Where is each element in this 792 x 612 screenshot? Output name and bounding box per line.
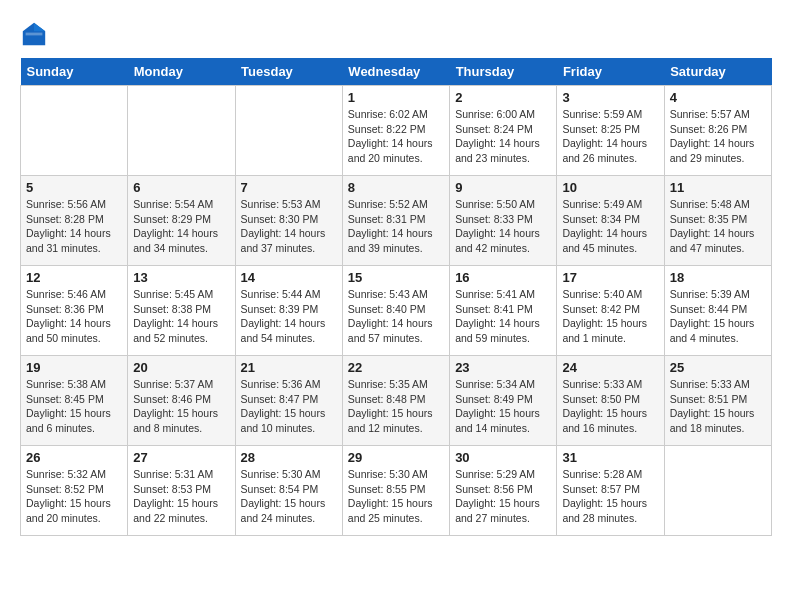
week-row-1: 1Sunrise: 6:02 AM Sunset: 8:22 PM Daylig… xyxy=(21,86,772,176)
header xyxy=(20,20,772,48)
day-cell: 21Sunrise: 5:36 AM Sunset: 8:47 PM Dayli… xyxy=(235,356,342,446)
day-info: Sunrise: 5:54 AM Sunset: 8:29 PM Dayligh… xyxy=(133,197,229,256)
day-cell: 27Sunrise: 5:31 AM Sunset: 8:53 PM Dayli… xyxy=(128,446,235,536)
day-cell: 22Sunrise: 5:35 AM Sunset: 8:48 PM Dayli… xyxy=(342,356,449,446)
day-info: Sunrise: 5:35 AM Sunset: 8:48 PM Dayligh… xyxy=(348,377,444,436)
day-info: Sunrise: 5:45 AM Sunset: 8:38 PM Dayligh… xyxy=(133,287,229,346)
day-info: Sunrise: 5:30 AM Sunset: 8:54 PM Dayligh… xyxy=(241,467,337,526)
day-info: Sunrise: 5:39 AM Sunset: 8:44 PM Dayligh… xyxy=(670,287,766,346)
day-number: 27 xyxy=(133,450,229,465)
day-info: Sunrise: 5:37 AM Sunset: 8:46 PM Dayligh… xyxy=(133,377,229,436)
day-header-tuesday: Tuesday xyxy=(235,58,342,86)
day-number: 26 xyxy=(26,450,122,465)
day-number: 8 xyxy=(348,180,444,195)
day-number: 24 xyxy=(562,360,658,375)
day-info: Sunrise: 5:57 AM Sunset: 8:26 PM Dayligh… xyxy=(670,107,766,166)
day-cell: 16Sunrise: 5:41 AM Sunset: 8:41 PM Dayli… xyxy=(450,266,557,356)
day-number: 17 xyxy=(562,270,658,285)
day-number: 2 xyxy=(455,90,551,105)
day-cell: 3Sunrise: 5:59 AM Sunset: 8:25 PM Daylig… xyxy=(557,86,664,176)
day-number: 29 xyxy=(348,450,444,465)
day-cell: 20Sunrise: 5:37 AM Sunset: 8:46 PM Dayli… xyxy=(128,356,235,446)
day-header-monday: Monday xyxy=(128,58,235,86)
day-number: 28 xyxy=(241,450,337,465)
day-cell: 7Sunrise: 5:53 AM Sunset: 8:30 PM Daylig… xyxy=(235,176,342,266)
day-cell: 31Sunrise: 5:28 AM Sunset: 8:57 PM Dayli… xyxy=(557,446,664,536)
day-cell: 28Sunrise: 5:30 AM Sunset: 8:54 PM Dayli… xyxy=(235,446,342,536)
day-info: Sunrise: 5:33 AM Sunset: 8:50 PM Dayligh… xyxy=(562,377,658,436)
day-number: 10 xyxy=(562,180,658,195)
day-info: Sunrise: 5:32 AM Sunset: 8:52 PM Dayligh… xyxy=(26,467,122,526)
day-header-thursday: Thursday xyxy=(450,58,557,86)
day-number: 1 xyxy=(348,90,444,105)
day-info: Sunrise: 5:38 AM Sunset: 8:45 PM Dayligh… xyxy=(26,377,122,436)
day-cell xyxy=(664,446,771,536)
day-info: Sunrise: 5:34 AM Sunset: 8:49 PM Dayligh… xyxy=(455,377,551,436)
day-cell: 29Sunrise: 5:30 AM Sunset: 8:55 PM Dayli… xyxy=(342,446,449,536)
logo-icon xyxy=(20,20,48,48)
day-cell: 25Sunrise: 5:33 AM Sunset: 8:51 PM Dayli… xyxy=(664,356,771,446)
day-number: 31 xyxy=(562,450,658,465)
week-row-5: 26Sunrise: 5:32 AM Sunset: 8:52 PM Dayli… xyxy=(21,446,772,536)
day-number: 19 xyxy=(26,360,122,375)
week-row-2: 5Sunrise: 5:56 AM Sunset: 8:28 PM Daylig… xyxy=(21,176,772,266)
day-number: 7 xyxy=(241,180,337,195)
day-cell: 17Sunrise: 5:40 AM Sunset: 8:42 PM Dayli… xyxy=(557,266,664,356)
day-info: Sunrise: 5:50 AM Sunset: 8:33 PM Dayligh… xyxy=(455,197,551,256)
day-number: 9 xyxy=(455,180,551,195)
day-cell: 13Sunrise: 5:45 AM Sunset: 8:38 PM Dayli… xyxy=(128,266,235,356)
day-info: Sunrise: 5:56 AM Sunset: 8:28 PM Dayligh… xyxy=(26,197,122,256)
day-number: 25 xyxy=(670,360,766,375)
day-info: Sunrise: 6:00 AM Sunset: 8:24 PM Dayligh… xyxy=(455,107,551,166)
day-header-friday: Friday xyxy=(557,58,664,86)
calendar-table: SundayMondayTuesdayWednesdayThursdayFrid… xyxy=(20,58,772,536)
day-info: Sunrise: 5:36 AM Sunset: 8:47 PM Dayligh… xyxy=(241,377,337,436)
day-info: Sunrise: 6:02 AM Sunset: 8:22 PM Dayligh… xyxy=(348,107,444,166)
day-number: 16 xyxy=(455,270,551,285)
day-cell: 24Sunrise: 5:33 AM Sunset: 8:50 PM Dayli… xyxy=(557,356,664,446)
day-number: 21 xyxy=(241,360,337,375)
logo xyxy=(20,20,52,48)
day-info: Sunrise: 5:29 AM Sunset: 8:56 PM Dayligh… xyxy=(455,467,551,526)
day-cell: 15Sunrise: 5:43 AM Sunset: 8:40 PM Dayli… xyxy=(342,266,449,356)
day-cell: 12Sunrise: 5:46 AM Sunset: 8:36 PM Dayli… xyxy=(21,266,128,356)
day-number: 23 xyxy=(455,360,551,375)
day-number: 5 xyxy=(26,180,122,195)
day-cell: 11Sunrise: 5:48 AM Sunset: 8:35 PM Dayli… xyxy=(664,176,771,266)
week-row-3: 12Sunrise: 5:46 AM Sunset: 8:36 PM Dayli… xyxy=(21,266,772,356)
day-cell: 6Sunrise: 5:54 AM Sunset: 8:29 PM Daylig… xyxy=(128,176,235,266)
day-cell: 2Sunrise: 6:00 AM Sunset: 8:24 PM Daylig… xyxy=(450,86,557,176)
day-cell: 18Sunrise: 5:39 AM Sunset: 8:44 PM Dayli… xyxy=(664,266,771,356)
day-cell: 8Sunrise: 5:52 AM Sunset: 8:31 PM Daylig… xyxy=(342,176,449,266)
day-info: Sunrise: 5:33 AM Sunset: 8:51 PM Dayligh… xyxy=(670,377,766,436)
day-number: 11 xyxy=(670,180,766,195)
day-header-wednesday: Wednesday xyxy=(342,58,449,86)
day-header-sunday: Sunday xyxy=(21,58,128,86)
day-info: Sunrise: 5:30 AM Sunset: 8:55 PM Dayligh… xyxy=(348,467,444,526)
day-info: Sunrise: 5:53 AM Sunset: 8:30 PM Dayligh… xyxy=(241,197,337,256)
day-cell xyxy=(235,86,342,176)
day-info: Sunrise: 5:44 AM Sunset: 8:39 PM Dayligh… xyxy=(241,287,337,346)
day-number: 12 xyxy=(26,270,122,285)
week-row-4: 19Sunrise: 5:38 AM Sunset: 8:45 PM Dayli… xyxy=(21,356,772,446)
day-cell: 10Sunrise: 5:49 AM Sunset: 8:34 PM Dayli… xyxy=(557,176,664,266)
day-cell: 30Sunrise: 5:29 AM Sunset: 8:56 PM Dayli… xyxy=(450,446,557,536)
day-cell xyxy=(21,86,128,176)
day-number: 18 xyxy=(670,270,766,285)
day-info: Sunrise: 5:49 AM Sunset: 8:34 PM Dayligh… xyxy=(562,197,658,256)
day-number: 3 xyxy=(562,90,658,105)
day-number: 14 xyxy=(241,270,337,285)
day-number: 15 xyxy=(348,270,444,285)
day-header-saturday: Saturday xyxy=(664,58,771,86)
day-cell xyxy=(128,86,235,176)
day-info: Sunrise: 5:31 AM Sunset: 8:53 PM Dayligh… xyxy=(133,467,229,526)
svg-marker-1 xyxy=(34,23,45,31)
day-cell: 19Sunrise: 5:38 AM Sunset: 8:45 PM Dayli… xyxy=(21,356,128,446)
day-number: 6 xyxy=(133,180,229,195)
day-number: 4 xyxy=(670,90,766,105)
day-number: 13 xyxy=(133,270,229,285)
svg-rect-2 xyxy=(26,33,43,36)
day-info: Sunrise: 5:40 AM Sunset: 8:42 PM Dayligh… xyxy=(562,287,658,346)
day-cell: 4Sunrise: 5:57 AM Sunset: 8:26 PM Daylig… xyxy=(664,86,771,176)
day-info: Sunrise: 5:48 AM Sunset: 8:35 PM Dayligh… xyxy=(670,197,766,256)
